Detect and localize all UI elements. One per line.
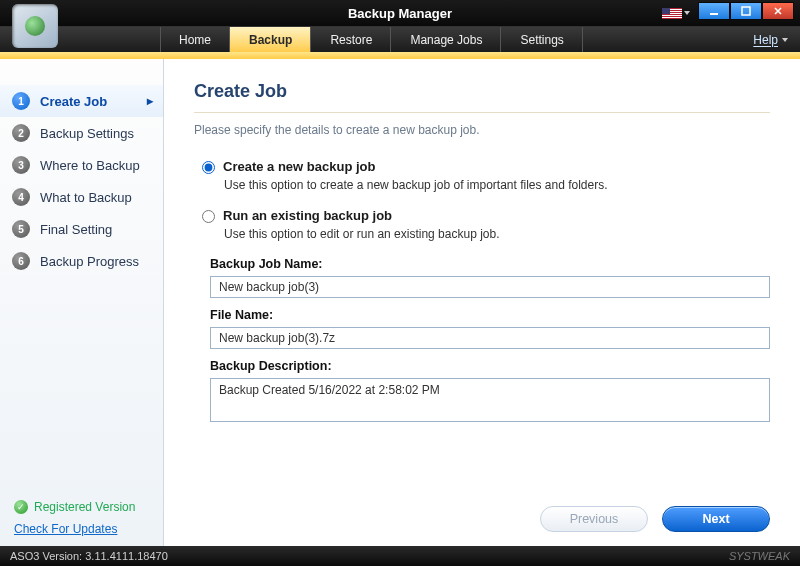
- wizard-sidebar: 1 Create Job 2 Backup Settings 3 Where t…: [0, 59, 164, 546]
- page-heading: Create Job: [194, 81, 770, 102]
- step-number: 5: [12, 220, 30, 238]
- tab-home[interactable]: Home: [160, 27, 230, 52]
- step-backup-settings[interactable]: 2 Backup Settings: [0, 117, 163, 149]
- step-number: 3: [12, 156, 30, 174]
- status-bar: ASO3 Version: 3.11.4111.18470 SYSTWEAK: [0, 546, 800, 566]
- titlebar: Backup Manager: [0, 0, 800, 27]
- svg-rect-1: [742, 7, 750, 15]
- step-backup-progress[interactable]: 6 Backup Progress: [0, 245, 163, 277]
- nav-tabs: Home Backup Restore Manage Jobs Settings…: [0, 27, 800, 52]
- tab-settings[interactable]: Settings: [501, 27, 582, 52]
- step-label: Backup Settings: [40, 126, 134, 141]
- radio-run-existing-label[interactable]: Run an existing backup job: [223, 208, 392, 223]
- job-name-label: Backup Job Name:: [210, 257, 770, 271]
- radio-run-existing[interactable]: [202, 210, 215, 223]
- step-what-to-backup[interactable]: 4 What to Backup: [0, 181, 163, 213]
- step-final-setting[interactable]: 5 Final Setting: [0, 213, 163, 245]
- step-number: 6: [12, 252, 30, 270]
- backup-description-label: Backup Description:: [210, 359, 770, 373]
- tab-manage-jobs[interactable]: Manage Jobs: [391, 27, 501, 52]
- svg-rect-0: [710, 13, 718, 15]
- backup-description-textarea[interactable]: [210, 378, 770, 422]
- check-icon: ✓: [14, 500, 28, 514]
- content-panel: Create Job Please specify the details to…: [164, 59, 800, 546]
- ribbon-strip: [0, 52, 800, 59]
- step-where-to-backup[interactable]: 3 Where to Backup: [0, 149, 163, 181]
- check-updates-link[interactable]: Check For Updates: [14, 522, 117, 536]
- registered-label: Registered Version: [34, 500, 135, 514]
- radio-create-new-desc: Use this option to create a new backup j…: [224, 178, 770, 192]
- divider: [194, 112, 770, 113]
- step-label: Where to Backup: [40, 158, 140, 173]
- file-name-label: File Name:: [210, 308, 770, 322]
- registered-status: ✓ Registered Version: [14, 500, 149, 514]
- page-lead: Please specify the details to create a n…: [194, 123, 770, 137]
- app-logo-icon: [12, 4, 58, 48]
- help-label: Help: [753, 33, 778, 47]
- minimize-button[interactable]: [698, 2, 730, 20]
- tab-restore[interactable]: Restore: [311, 27, 391, 52]
- step-label: Final Setting: [40, 222, 112, 237]
- job-name-input[interactable]: [210, 276, 770, 298]
- chevron-down-icon: [782, 38, 788, 42]
- chevron-down-icon: [684, 11, 690, 15]
- version-text: ASO3 Version: 3.11.4111.18470: [10, 550, 168, 562]
- language-selector[interactable]: [662, 8, 690, 19]
- step-number: 4: [12, 188, 30, 206]
- step-label: Create Job: [40, 94, 107, 109]
- close-button[interactable]: [762, 2, 794, 20]
- step-label: Backup Progress: [40, 254, 139, 269]
- next-button[interactable]: Next: [662, 506, 770, 532]
- previous-button[interactable]: Previous: [540, 506, 648, 532]
- maximize-button[interactable]: [730, 2, 762, 20]
- us-flag-icon: [662, 8, 682, 19]
- tab-backup[interactable]: Backup: [230, 27, 311, 52]
- brand-text: SYSTWEAK: [729, 550, 790, 562]
- step-number: 2: [12, 124, 30, 142]
- radio-create-new-label[interactable]: Create a new backup job: [223, 159, 375, 174]
- step-create-job[interactable]: 1 Create Job: [0, 85, 163, 117]
- radio-create-new[interactable]: [202, 161, 215, 174]
- file-name-input[interactable]: [210, 327, 770, 349]
- radio-run-existing-desc: Use this option to edit or run an existi…: [224, 227, 770, 241]
- step-number: 1: [12, 92, 30, 110]
- step-label: What to Backup: [40, 190, 132, 205]
- help-link[interactable]: Help: [753, 27, 788, 52]
